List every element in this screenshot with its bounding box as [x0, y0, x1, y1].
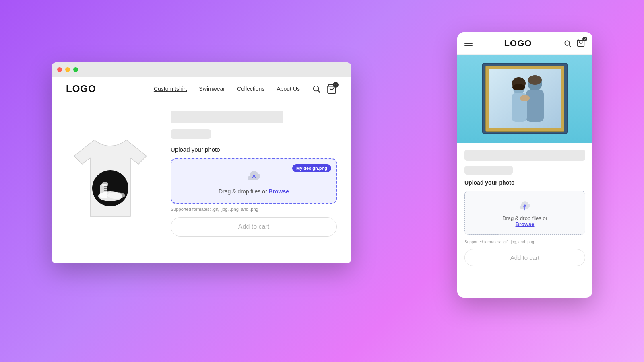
svg-line-1	[318, 90, 320, 92]
svg-point-11	[253, 175, 255, 177]
minimize-button[interactable]	[65, 67, 70, 72]
browse-link[interactable]: Browse	[268, 188, 289, 195]
nav-link-custom-tshirt[interactable]: Custom tshirt	[154, 86, 187, 92]
mobile-nav-icons: 0	[564, 38, 585, 49]
browser-titlebar	[52, 62, 351, 77]
mobile-cart-count: 0	[582, 37, 587, 41]
maximize-button[interactable]	[73, 67, 78, 72]
hamburger-line-3	[464, 45, 473, 46]
svg-point-12	[565, 41, 570, 45]
mobile-upload-dropzone[interactable]: Drag & drop files or Browse	[464, 191, 585, 235]
svg-point-24	[512, 84, 525, 90]
svg-point-25	[528, 75, 542, 85]
upload-section-label: Upload your photo	[171, 146, 337, 153]
mobile-window: LOGO 0	[457, 32, 592, 298]
svg-point-10	[107, 192, 125, 199]
mobile-navbar: LOGO 0	[457, 32, 592, 55]
product-title-skeleton	[171, 111, 283, 123]
svg-point-27	[524, 205, 526, 207]
mobile-browse-link[interactable]: Browse	[516, 221, 535, 227]
upload-dropzone[interactable]: Drag & drop files or Browse My design.pn…	[171, 158, 337, 204]
hamburger-menu-icon[interactable]	[464, 41, 473, 46]
nav-link-collections[interactable]: Collections	[237, 86, 264, 92]
mobile-cloud-upload-icon	[518, 198, 532, 213]
desktop-page: LOGO Custom tshirt Swimwear Collections …	[52, 77, 351, 263]
product-price-skeleton	[171, 129, 211, 139]
cart-icon-container[interactable]: 0	[326, 84, 337, 94]
tshirt-preview	[66, 111, 155, 254]
close-button[interactable]	[57, 67, 62, 72]
desktop-browser-window: LOGO Custom tshirt Swimwear Collections …	[52, 62, 351, 263]
mobile-supported-formats: Supported formates: .gif, .jpg, and .png	[464, 240, 585, 244]
hamburger-line-1	[464, 41, 473, 41]
svg-rect-6	[102, 182, 108, 186]
desktop-body: Upload your photo Drag & drop files or B…	[52, 101, 351, 263]
add-to-cart-button[interactable]: Add to cart	[171, 217, 337, 237]
mobile-drag-drop-text: Drag & drop files or Browse	[502, 215, 547, 227]
desktop-logo: LOGO	[66, 83, 96, 95]
cloud-upload-icon	[245, 167, 263, 185]
svg-rect-20	[526, 90, 544, 122]
svg-point-0	[314, 86, 319, 91]
mobile-product-title-skeleton	[464, 150, 585, 161]
mobile-logo: LOGO	[504, 38, 532, 49]
mobile-cart-icon-container[interactable]: 0	[576, 38, 585, 49]
mobile-hero-image	[457, 55, 592, 143]
photo-frame-svg	[479, 60, 571, 138]
search-icon[interactable]	[312, 84, 321, 93]
nav-link-swimwear[interactable]: Swimwear	[199, 86, 225, 92]
mobile-product-price-skeleton	[464, 166, 513, 175]
desktop-nav-links: Custom tshirt Swimwear Collections About…	[154, 86, 300, 92]
svg-line-13	[569, 45, 571, 46]
mobile-upload-label: Upload your photo	[464, 179, 585, 186]
mobile-search-icon[interactable]	[564, 39, 572, 47]
supported-formats: Supported formates: .gif, .jpg, .png, an…	[171, 207, 337, 212]
nav-link-about-us[interactable]: About Us	[277, 86, 300, 92]
tshirt-svg	[70, 136, 151, 228]
desktop-navbar: LOGO Custom tshirt Swimwear Collections …	[52, 77, 351, 101]
drag-drop-text: Drag & drop files or Browse	[219, 188, 289, 195]
mobile-body: Upload your photo Drag & drop files or B…	[457, 143, 592, 298]
file-badge: My design.png	[292, 164, 331, 172]
svg-point-26	[520, 95, 530, 101]
cart-count: 0	[333, 82, 339, 88]
desktop-nav-icons: 0	[312, 84, 337, 94]
tshirt-image	[70, 136, 151, 228]
mobile-add-to-cart-button[interactable]: Add to cart	[464, 249, 585, 266]
product-details: Upload your photo Drag & drop files or B…	[171, 111, 337, 254]
hamburger-line-2	[464, 43, 473, 44]
